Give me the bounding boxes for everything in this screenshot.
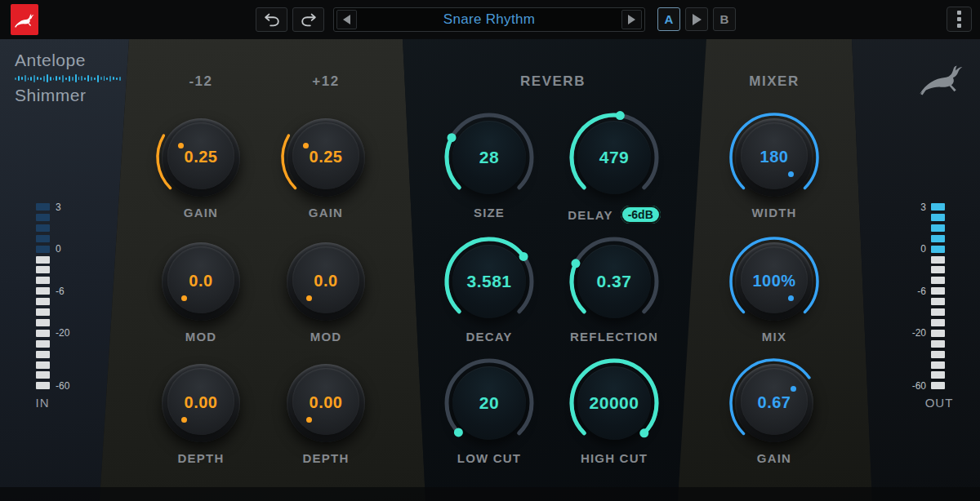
meter-segment [931, 298, 945, 305]
meter-segment [36, 340, 50, 348]
undo-button[interactable] [256, 7, 287, 32]
section-header-plus12: +12 [244, 73, 408, 90]
redo-button[interactable] [292, 7, 324, 32]
knob-label: GAIN [184, 206, 218, 219]
preset-name[interactable]: Snare Rhythm [359, 11, 619, 28]
antelope-logo-button[interactable] [11, 4, 38, 35]
knob-badge: -6dB [621, 206, 661, 224]
meter-segment [36, 224, 50, 232]
section-header-mixer: MIXER [693, 73, 856, 90]
kebab-menu-icon [957, 11, 961, 28]
knob-width: 180 WIDTH [705, 110, 844, 233]
brand-block: Antelope Shimmer [15, 51, 121, 105]
ab-copy-button[interactable] [685, 7, 708, 31]
meter-tick-label: -6 [56, 286, 65, 296]
knob-m12-mod: 0.0 MOD [131, 234, 270, 357]
in-meter: 30-6-20-60 [36, 203, 93, 399]
knob-value: 20000 [545, 393, 684, 413]
right-triangle-icon [693, 14, 702, 25]
knob-delay: 479 DELAY -6dB [545, 110, 684, 233]
knob-label: DECAY [466, 330, 512, 344]
knob-label: REFLECTION [570, 330, 658, 344]
meter-segment [36, 277, 50, 284]
out-meter: 30-6-20-60 [902, 203, 959, 399]
knob-p12-depth: 0.00 DEPTH [256, 356, 395, 478]
meter-segment [36, 319, 50, 326]
knob-indicator-dot [788, 171, 794, 177]
plugin-window: Snare Rhythm A B Antelope Shimmer [0, 0, 980, 501]
meter-segment [36, 351, 50, 358]
knob-m12-depth: 0.00 DEPTH [131, 356, 270, 478]
knob-size: 28 SIZE [420, 110, 559, 233]
meter-tick-label: 0 [56, 244, 61, 254]
meter-tick-label: -20 [56, 328, 69, 338]
top-toolbar: Snare Rhythm A B [0, 0, 980, 40]
meter-segment [931, 246, 945, 253]
out-meter-label: OUT [915, 396, 964, 410]
knob-lowcut: 20 LOW CUT [420, 356, 559, 478]
meter-segment [931, 203, 945, 211]
knob-value: 0.67 [705, 393, 844, 412]
previous-preset-button[interactable] [336, 10, 357, 29]
meter-segment [931, 330, 945, 337]
meter-segment [36, 203, 50, 211]
meter-segment [931, 214, 945, 221]
knob-value: 479 [545, 148, 684, 167]
knob-label: DEPTH [178, 451, 225, 465]
meter-tick-label: -60 [56, 381, 69, 391]
knob-value: 0.00 [256, 393, 395, 412]
meter-segment [36, 246, 50, 253]
meter-segment [931, 266, 945, 273]
knob-highcut: 20000 HIGH CUT [545, 356, 684, 478]
meter-segment [36, 298, 50, 305]
knob-out-gain: 0.67 GAIN [705, 356, 844, 478]
meter-segment [931, 319, 945, 326]
waveform-icon [15, 73, 121, 84]
meter-segment [931, 371, 945, 379]
ab-slot-b-button[interactable]: B [713, 7, 736, 31]
left-triangle-icon [343, 15, 350, 24]
knob-label: GAIN [757, 451, 791, 465]
meter-segment [931, 308, 945, 316]
meter-tick-label: -60 [902, 381, 926, 391]
knob-decay: 3.581 DECAY [420, 234, 559, 357]
knob-value: 0.0 [256, 272, 395, 290]
meter-segment [36, 214, 50, 221]
knob-mix: 100% MIX [705, 234, 844, 357]
meter-segment [931, 235, 945, 242]
knob-m12-gain: 0.25 GAIN [131, 110, 270, 233]
undo-arrow-icon [263, 11, 281, 29]
meter-tick-label: -6 [902, 286, 926, 296]
knob-label: DELAY [568, 208, 612, 222]
knob-label: MOD [310, 330, 342, 344]
knob-label: LOW CUT [457, 451, 521, 465]
meter-segment [36, 287, 50, 295]
knob-value: 0.0 [131, 272, 270, 290]
knob-label: SIZE [474, 206, 505, 219]
meter-segment [931, 351, 945, 358]
right-triangle-icon [628, 15, 635, 24]
meter-segment [36, 382, 50, 389]
knob-reflection: 0.37 REFLECTION [545, 234, 684, 357]
meter-segment [931, 340, 945, 348]
knob-value: 0.25 [131, 148, 270, 166]
in-meter-label: IN [28, 396, 57, 410]
preset-selector: Snare Rhythm [333, 7, 645, 32]
knob-label: HIGH CUT [581, 451, 648, 465]
knob-value: 28 [420, 148, 559, 167]
knob-p12-mod: 0.0 MOD [256, 234, 395, 357]
next-preset-button[interactable] [621, 10, 642, 29]
meter-tick-label: -20 [902, 328, 926, 338]
redo-arrow-icon [300, 11, 318, 29]
knob-value: 180 [705, 148, 844, 166]
meter-tick-label: 3 [56, 202, 61, 212]
knob-indicator-dot [181, 417, 187, 423]
meter-segment [36, 330, 50, 337]
menu-button[interactable] [947, 7, 972, 32]
knob-indicator-dot [306, 417, 312, 423]
meter-segment [36, 256, 50, 264]
ab-slot-a-button[interactable]: A [657, 7, 680, 31]
knob-value: 0.25 [256, 148, 395, 166]
brand-line-2: Shimmer [15, 86, 121, 105]
meter-segment [36, 308, 50, 316]
